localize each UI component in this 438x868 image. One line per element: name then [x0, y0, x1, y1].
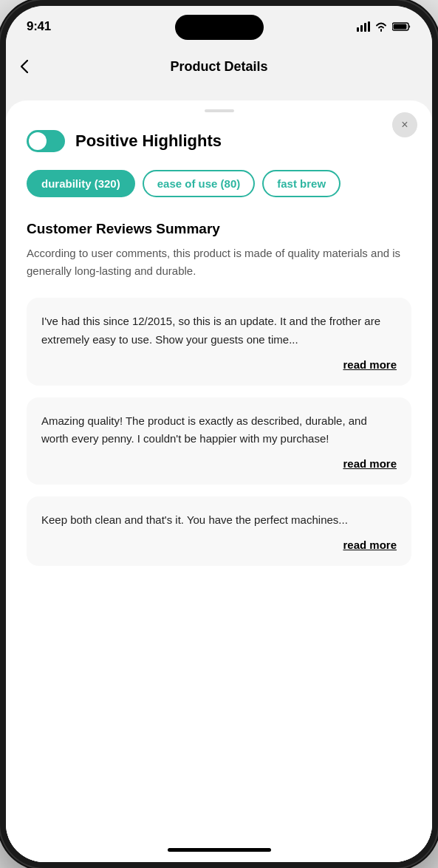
sheet-content: Positive Highlights durability (320) eas…: [6, 112, 432, 837]
read-more-link[interactable]: read more: [41, 358, 397, 371]
status-bar: 9:41: [6, 6, 432, 47]
svg-rect-5: [394, 24, 407, 30]
chip-fast-brew[interactable]: fast brew: [262, 170, 341, 197]
close-button[interactable]: ×: [392, 112, 417, 137]
nav-bar: Product Details: [6, 47, 432, 86]
review-text: Keep both clean and that's it. You have …: [41, 511, 397, 530]
svg-rect-3: [368, 21, 370, 32]
svg-rect-0: [357, 27, 359, 32]
status-icons: [357, 21, 411, 32]
status-time: 9:41: [27, 19, 51, 34]
bottom-sheet: × Positive Highlights durability (320) e…: [6, 100, 432, 862]
dynamic-island: [175, 15, 264, 40]
battery-icon: [392, 21, 411, 32]
summary-text: According to user comments, this product…: [27, 245, 411, 280]
wifi-icon: [374, 21, 388, 32]
signal-icon: [357, 21, 370, 32]
read-more-link[interactable]: read more: [41, 457, 397, 470]
review-card: Amazing quality! The product is exactly …: [27, 397, 411, 485]
filter-chips: durability (320) ease of use (80) fast b…: [27, 170, 411, 200]
svg-rect-2: [364, 23, 366, 32]
home-bar: [168, 848, 271, 852]
home-indicator: [6, 837, 432, 862]
phone-screen: 9:41: [6, 6, 432, 862]
read-more-link[interactable]: read more: [41, 539, 397, 551]
highlights-toggle[interactable]: [27, 130, 65, 152]
toggle-label: Positive Highlights: [75, 131, 222, 151]
review-card: Keep both clean and that's it. You have …: [27, 496, 411, 566]
review-text: I've had this since 12/2015, so this is …: [41, 312, 397, 349]
review-text: Amazing quality! The product is exactly …: [41, 412, 397, 449]
sheet-container: × Positive Highlights durability (320) e…: [6, 86, 432, 862]
page-title: Product Details: [170, 59, 267, 75]
toggle-row: Positive Highlights: [27, 130, 411, 152]
chip-durability[interactable]: durability (320): [27, 170, 135, 197]
summary-title: Customer Reviews Summary: [27, 221, 411, 237]
svg-rect-1: [360, 25, 363, 32]
chip-ease-of-use[interactable]: ease of use (80): [143, 170, 256, 197]
back-button[interactable]: [21, 60, 28, 73]
summary-section: Customer Reviews Summary According to us…: [27, 221, 411, 280]
review-card: I've had this since 12/2015, so this is …: [27, 298, 411, 386]
phone-frame: 9:41: [0, 0, 438, 868]
